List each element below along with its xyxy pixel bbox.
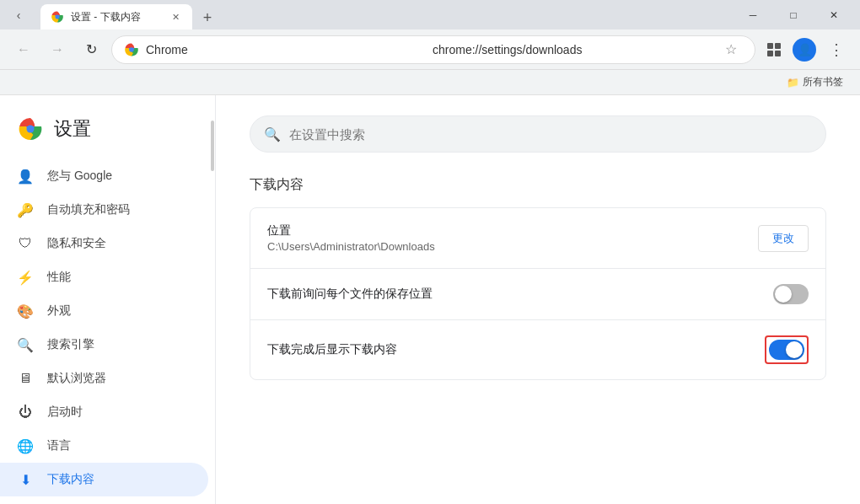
svg-rect-6 (767, 43, 773, 49)
chrome-brand-label: Chrome (146, 43, 426, 56)
show-toggle[interactable] (769, 340, 804, 360)
location-content: 位置 C:\Users\Administrator\Downloads (267, 223, 758, 253)
titlebar: ‹ 设置 - 下载内容 ✕ + ─ □ ✕ (0, 0, 860, 29)
settings-search-input[interactable] (289, 127, 812, 142)
show-label: 下载完成后显示下载内容 (267, 342, 765, 357)
sidebar-google-label: 您与 Google (47, 169, 112, 184)
svg-point-5 (129, 47, 134, 52)
sidebar-performance-label: 性能 (47, 270, 71, 285)
change-location-btn[interactable]: 更改 (758, 225, 809, 252)
tab-back-btn[interactable]: ‹ (7, 3, 30, 27)
address-bar[interactable]: Chrome chrome://settings/downloads ☆ (111, 35, 755, 64)
sidebar-downloads-icon: ⬇ (17, 471, 34, 488)
sidebar-item-privacy[interactable]: 🛡 隐私和安全 (0, 227, 208, 260)
ask-toggle[interactable] (773, 284, 809, 304)
extensions-btn[interactable] (762, 38, 786, 62)
sidebar-item-autofill[interactable]: 🔑 自动填充和密码 (0, 193, 208, 227)
show-toggle-highlight (765, 335, 809, 364)
sidebar-item-downloads[interactable]: ⬇ 下载内容 (0, 463, 208, 496)
sidebar-language-icon: 🌐 (17, 437, 34, 454)
sidebar-performance-icon: ⚡ (17, 269, 34, 286)
sidebar-item-performance[interactable]: ⚡ 性能 (0, 260, 208, 294)
svg-point-12 (27, 126, 35, 133)
bookmarks-item[interactable]: 📁 所有书签 (780, 72, 850, 94)
tab-bar: 设置 - 下载内容 ✕ + (40, 0, 219, 29)
svg-point-2 (56, 15, 60, 19)
chrome-logo-icon (124, 42, 139, 57)
bookmarks-bar: 📁 所有书签 (0, 70, 860, 95)
svg-rect-8 (767, 51, 773, 56)
svg-rect-7 (775, 43, 781, 49)
profile-btn[interactable]: 👤 (793, 38, 816, 62)
ask-row: 下载前询问每个文件的保存位置 (250, 269, 825, 320)
settings-chrome-icon (17, 115, 44, 142)
extensions-icon (766, 41, 782, 58)
location-value: C:\Users\Administrator\Downloads (267, 240, 758, 253)
maximize-btn[interactable]: □ (774, 0, 813, 29)
new-tab-btn[interactable]: + (196, 6, 219, 29)
ask-toggle-thumb (775, 286, 792, 303)
sidebar-item-google[interactable]: 👤 您与 Google (0, 159, 208, 193)
active-tab[interactable]: 设置 - 下载内容 ✕ (40, 4, 192, 29)
search-icon: 🔍 (264, 126, 281, 142)
bookmark-star-btn[interactable]: ☆ (719, 38, 743, 62)
settings-search-bar[interactable]: 🔍 (250, 115, 826, 153)
sidebar-autofill-icon: 🔑 (17, 201, 34, 218)
sidebar-item-language[interactable]: 🌐 语言 (0, 429, 208, 463)
sidebar-language-label: 语言 (47, 438, 71, 453)
menu-btn[interactable]: ⋮ (823, 36, 850, 63)
sidebar-startup-label: 启动时 (47, 405, 83, 420)
sidebar-scrollbar-thumb (211, 121, 214, 171)
location-row: 位置 C:\Users\Administrator\Downloads 更改 (250, 208, 825, 269)
section-title: 下载内容 (250, 176, 826, 194)
settings-card: 位置 C:\Users\Administrator\Downloads 更改 下… (250, 207, 826, 380)
sidebar-downloads-label: 下载内容 (47, 472, 94, 487)
sidebar-google-icon: 👤 (17, 168, 34, 185)
sidebar-search-label: 搜索引擎 (47, 337, 94, 352)
tab-favicon-icon (51, 10, 64, 24)
sidebar: 设置 👤 您与 Google 🔑 自动填充和密码 🛡 隐私和安全 ⚡ 性能 🎨 … (0, 95, 216, 504)
show-row: 下载完成后显示下载内容 (250, 320, 825, 379)
sidebar-item-appearance[interactable]: 🎨 外观 (0, 294, 208, 328)
sidebar-item-browser[interactable]: 🖥 默认浏览器 (0, 362, 208, 395)
sidebar-items: 👤 您与 Google 🔑 自动填充和密码 🛡 隐私和安全 ⚡ 性能 🎨 外观 … (0, 159, 215, 496)
show-content: 下载完成后显示下载内容 (267, 342, 765, 357)
back-btn[interactable]: ← (10, 36, 37, 63)
folder-icon: 📁 (787, 77, 799, 88)
sidebar-startup-icon: ⏻ (17, 404, 34, 421)
svg-rect-9 (775, 51, 781, 56)
show-toggle-thumb (786, 341, 803, 358)
address-text: chrome://settings/downloads (433, 43, 712, 56)
titlebar-left: ‹ 设置 - 下载内容 ✕ + (7, 0, 734, 29)
tab-title: 设置 - 下载内容 (71, 10, 162, 24)
sidebar-autofill-label: 自动填充和密码 (47, 202, 130, 217)
close-btn[interactable]: ✕ (814, 0, 853, 29)
reload-btn[interactable]: ↻ (78, 36, 105, 63)
sidebar-privacy-label: 隐私和安全 (47, 236, 106, 251)
forward-btn[interactable]: → (44, 36, 71, 63)
bookmarks-label: 所有书签 (803, 75, 843, 89)
sidebar-appearance-icon: 🎨 (17, 303, 34, 319)
sidebar-browser-label: 默认浏览器 (47, 371, 106, 386)
sidebar-appearance-label: 外观 (47, 303, 71, 319)
main-panel: 🔍 下载内容 位置 C:\Users\Administrator\Downloa… (216, 95, 860, 504)
tab-close-btn[interactable]: ✕ (169, 10, 182, 24)
sidebar-item-search[interactable]: 🔍 搜索引擎 (0, 328, 208, 362)
titlebar-controls: ─ □ ✕ (734, 0, 853, 29)
sidebar-search-icon: 🔍 (17, 336, 34, 353)
app-body: 设置 👤 您与 Google 🔑 自动填充和密码 🛡 隐私和安全 ⚡ 性能 🎨 … (0, 95, 860, 504)
location-label: 位置 (267, 223, 758, 239)
sidebar-title: 设置 (54, 116, 91, 142)
sidebar-privacy-icon: 🛡 (17, 235, 34, 252)
sidebar-browser-icon: 🖥 (17, 370, 34, 387)
address-right-icons: ☆ (719, 38, 743, 62)
ask-content: 下载前询问每个文件的保存位置 (267, 287, 773, 302)
minimize-btn[interactable]: ─ (734, 0, 772, 29)
sidebar-logo: 设置 (0, 109, 215, 159)
sidebar-item-startup[interactable]: ⏻ 启动时 (0, 395, 208, 429)
ask-label: 下载前询问每个文件的保存位置 (267, 287, 773, 302)
navbar: ← → ↻ Chrome chrome://settings/downloads… (0, 29, 860, 70)
